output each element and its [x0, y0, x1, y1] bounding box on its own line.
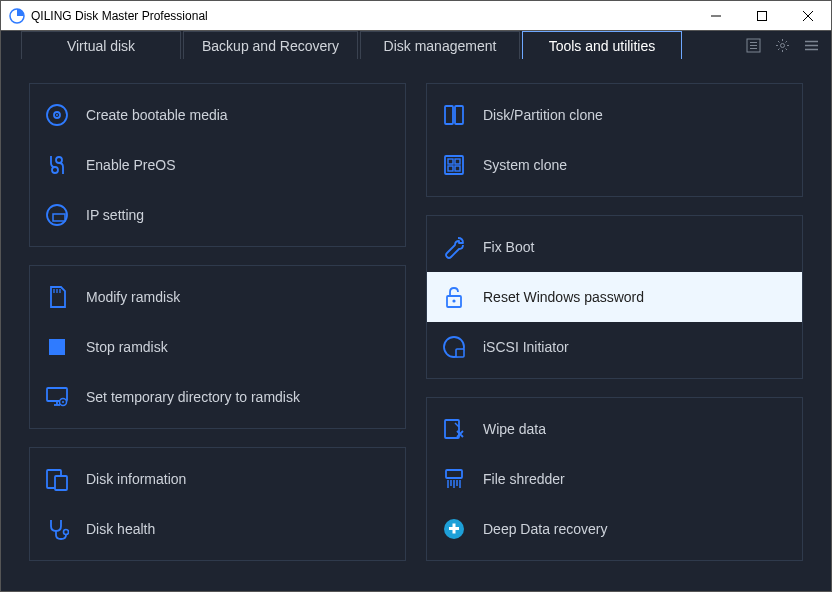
item-disk-information[interactable]: Disk information	[30, 454, 405, 504]
item-label: Deep Data recovery	[483, 521, 608, 537]
tab-tools-utilities[interactable]: Tools and utilities	[522, 31, 682, 59]
panel-clone: Disk/Partition clone System clone	[426, 83, 803, 197]
svg-rect-30	[55, 476, 67, 490]
svg-point-17	[56, 157, 62, 163]
eraser-icon	[441, 416, 467, 442]
item-label: Fix Boot	[483, 239, 534, 255]
item-modify-ramdisk[interactable]: Modify ramdisk	[30, 272, 405, 322]
item-deep-data-recovery[interactable]: Deep Data recovery	[427, 504, 802, 554]
left-column: Create bootable media Enable PreOS IP se…	[29, 83, 406, 567]
tab-label: Tools and utilities	[549, 38, 656, 54]
item-file-shredder[interactable]: File shredder	[427, 454, 802, 504]
item-label: Reset Windows password	[483, 289, 644, 305]
sdcard-icon	[44, 284, 70, 310]
toolbar-icons	[746, 31, 825, 59]
item-label: Disk/Partition clone	[483, 107, 603, 123]
item-label: Create bootable media	[86, 107, 228, 123]
preos-icon	[44, 152, 70, 178]
item-fix-boot[interactable]: Fix Boot	[427, 222, 802, 272]
item-reset-windows-password[interactable]: Reset Windows password	[427, 272, 802, 322]
item-label: Stop ramdisk	[86, 339, 168, 355]
item-set-temp-dir-ramdisk[interactable]: Set temporary directory to ramdisk	[30, 372, 405, 422]
app-logo-icon	[9, 8, 25, 24]
recovery-icon	[441, 516, 467, 542]
item-iscsi-initiator[interactable]: iSCSI Initiator	[427, 322, 802, 372]
tab-label: Disk management	[384, 38, 497, 54]
wrench-icon	[441, 234, 467, 260]
item-label: Set temporary directory to ramdisk	[86, 389, 300, 405]
close-button[interactable]	[785, 1, 831, 30]
item-enable-preos[interactable]: Enable PreOS	[30, 140, 405, 190]
app-window: QILING Disk Master Professional Virtual …	[0, 0, 832, 592]
svg-rect-38	[455, 166, 460, 171]
svg-point-28	[62, 401, 64, 403]
svg-point-40	[452, 299, 455, 302]
svg-rect-19	[53, 214, 65, 221]
maximize-button[interactable]	[739, 1, 785, 30]
stop-icon	[44, 334, 70, 360]
item-label: Disk health	[86, 521, 155, 537]
svg-rect-23	[49, 339, 65, 355]
svg-rect-33	[455, 106, 463, 124]
panel-fixboot: Fix Boot Reset Windows password iSCSI In…	[426, 215, 803, 379]
item-ip-setting[interactable]: IP setting	[30, 190, 405, 240]
window-controls	[693, 1, 831, 30]
item-label: Enable PreOS	[86, 157, 176, 173]
panel-bootable: Create bootable media Enable PreOS IP se…	[29, 83, 406, 247]
item-label: Modify ramdisk	[86, 289, 180, 305]
monitor-gear-icon	[44, 384, 70, 410]
svg-rect-52	[453, 524, 456, 534]
svg-rect-2	[758, 11, 767, 20]
item-system-clone[interactable]: System clone	[427, 140, 802, 190]
svg-point-31	[64, 530, 69, 535]
item-disk-partition-clone[interactable]: Disk/Partition clone	[427, 90, 802, 140]
menu-icon[interactable]	[804, 38, 819, 53]
svg-point-9	[781, 43, 785, 47]
partition-clone-icon	[441, 102, 467, 128]
item-create-bootable-media[interactable]: Create bootable media	[30, 90, 405, 140]
tab-backup-recovery[interactable]: Backup and Recovery	[183, 31, 358, 59]
item-label: Wipe data	[483, 421, 546, 437]
item-label: iSCSI Initiator	[483, 339, 569, 355]
item-stop-ramdisk[interactable]: Stop ramdisk	[30, 322, 405, 372]
svg-rect-32	[445, 106, 453, 124]
tab-disk-management[interactable]: Disk management	[360, 31, 520, 59]
panel-wipe: Wipe data File shredder Deep Data recove…	[426, 397, 803, 561]
iscsi-icon	[441, 334, 467, 360]
panel-ramdisk: Modify ramdisk Stop ramdisk Set temporar…	[29, 265, 406, 429]
svg-rect-37	[448, 166, 453, 171]
tab-label: Virtual disk	[67, 38, 135, 54]
svg-point-15	[56, 114, 58, 116]
minimize-button[interactable]	[693, 1, 739, 30]
svg-rect-42	[456, 349, 464, 357]
disk-info-icon	[44, 466, 70, 492]
item-disk-health[interactable]: Disk health	[30, 504, 405, 554]
svg-point-16	[52, 167, 58, 173]
settings-icon[interactable]	[775, 38, 790, 53]
window-title: QILING Disk Master Professional	[31, 9, 693, 23]
shredder-icon	[441, 466, 467, 492]
item-label: File shredder	[483, 471, 565, 487]
item-label: IP setting	[86, 207, 144, 223]
svg-rect-36	[455, 159, 460, 164]
main-content: Create bootable media Enable PreOS IP se…	[1, 59, 831, 591]
ip-icon	[44, 202, 70, 228]
disc-icon	[44, 102, 70, 128]
unlock-icon	[441, 284, 467, 310]
tab-label: Backup and Recovery	[202, 38, 339, 54]
tab-virtual-disk[interactable]: Virtual disk	[21, 31, 181, 59]
log-icon[interactable]	[746, 38, 761, 53]
titlebar: QILING Disk Master Professional	[1, 1, 831, 31]
tab-bar: Virtual disk Backup and Recovery Disk ma…	[1, 31, 831, 59]
stethoscope-icon	[44, 516, 70, 542]
svg-rect-43	[445, 420, 459, 438]
panel-diskinfo: Disk information Disk health	[29, 447, 406, 561]
item-wipe-data[interactable]: Wipe data	[427, 404, 802, 454]
system-clone-icon	[441, 152, 467, 178]
right-column: Disk/Partition clone System clone Fix Bo…	[426, 83, 803, 567]
item-label: Disk information	[86, 471, 186, 487]
svg-rect-44	[446, 470, 462, 478]
item-label: System clone	[483, 157, 567, 173]
svg-rect-35	[448, 159, 453, 164]
